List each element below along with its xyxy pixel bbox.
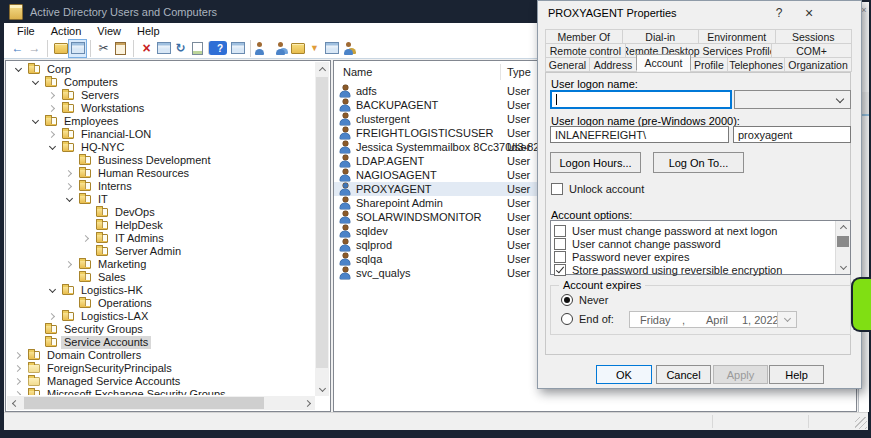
menu-item[interactable]: Action xyxy=(43,25,90,37)
tab-dial-in[interactable]: Dial-in xyxy=(622,29,700,44)
menu-item[interactable]: View xyxy=(89,25,129,37)
green-overlay-tab[interactable] xyxy=(851,277,871,332)
resize-grip[interactable] xyxy=(855,417,867,429)
scroll-left-icon[interactable] xyxy=(7,396,21,410)
scroll-down-icon[interactable] xyxy=(315,382,329,396)
radio-icon[interactable] xyxy=(561,313,573,325)
new-ou-icon[interactable] xyxy=(289,40,306,57)
tree-expander-icon[interactable] xyxy=(47,285,58,296)
tree-item[interactable]: Workstations xyxy=(7,102,314,115)
tree-item[interactable]: Computers xyxy=(7,76,314,89)
checkbox-icon[interactable] xyxy=(551,183,563,195)
user-logon-name-input[interactable] xyxy=(550,90,732,109)
scroll-up-icon[interactable] xyxy=(836,221,850,234)
tree-item[interactable]: Security Groups xyxy=(7,323,314,336)
menu-item[interactable]: File xyxy=(9,25,43,37)
tree-expander-icon[interactable] xyxy=(81,220,92,231)
new-user-icon[interactable] xyxy=(250,40,272,57)
up-one-level-icon[interactable] xyxy=(47,40,69,57)
tab-profile[interactable]: Profile xyxy=(690,57,728,72)
tree-expander-icon[interactable] xyxy=(13,363,24,374)
tree-expander-icon[interactable] xyxy=(64,298,75,309)
tree-item[interactable]: Logistics-HK xyxy=(7,284,314,297)
unlock-account-checkbox[interactable]: Unlock account xyxy=(551,183,644,195)
menu-item[interactable]: Help xyxy=(129,25,168,37)
back-icon[interactable]: ← xyxy=(9,40,26,57)
tree-expander-icon[interactable] xyxy=(30,337,41,348)
expiry-date-picker[interactable]: Friday , April 1, 2022 xyxy=(629,311,797,328)
tab-com-[interactable]: COM+ xyxy=(771,43,852,58)
tree-item[interactable]: Employees xyxy=(7,115,314,128)
tab-telephones[interactable]: Telephones xyxy=(727,57,785,72)
checkbox-icon[interactable] xyxy=(554,264,566,276)
apply-button[interactable]: Apply xyxy=(713,365,768,384)
logon-hours-button[interactable]: Logon Hours... xyxy=(550,152,641,173)
forward-icon[interactable]: → xyxy=(26,40,43,57)
tree-expander-icon[interactable] xyxy=(30,77,41,88)
domain-suffix-dropdown[interactable] xyxy=(734,90,851,109)
radio-selected-icon[interactable] xyxy=(561,294,573,306)
help-button[interactable]: Help xyxy=(769,365,824,384)
open-window-icon[interactable] xyxy=(155,40,172,57)
log-on-to-button[interactable]: Log On To... xyxy=(653,152,744,173)
close-icon[interactable]: × xyxy=(798,4,820,21)
checkbox-icon[interactable] xyxy=(554,251,566,263)
tree-item[interactable]: Server Admin xyxy=(7,245,314,258)
scroll-thumb[interactable] xyxy=(24,397,264,409)
tree-item[interactable]: Corp xyxy=(7,63,314,76)
cut-icon[interactable]: ✂ xyxy=(90,40,112,57)
checkbox-icon[interactable] xyxy=(554,238,566,250)
tree-item[interactable]: Microsoft Exchange Security Groups xyxy=(7,388,314,395)
account-option[interactable]: Store password using reversible encrypti… xyxy=(554,263,834,276)
calendar-dropdown-icon[interactable] xyxy=(777,312,796,327)
expires-never-radio[interactable]: Never xyxy=(561,294,608,306)
scroll-right-icon[interactable] xyxy=(301,396,315,410)
tab-address[interactable]: Address xyxy=(589,57,637,72)
pre2000-domain-input[interactable]: INLANEFREIGHT\ xyxy=(550,126,729,143)
scroll-thumb[interactable] xyxy=(316,77,328,368)
tree-expander-icon[interactable] xyxy=(30,324,41,335)
tree-item[interactable]: HQ-NYC xyxy=(7,141,314,154)
console-window-icon[interactable] xyxy=(229,40,246,57)
cancel-button[interactable]: Cancel xyxy=(656,365,711,384)
tab-environment[interactable]: Environment xyxy=(698,29,776,44)
tree-item[interactable]: Marketing xyxy=(7,258,314,271)
properties-window-icon[interactable] xyxy=(69,40,86,57)
checkbox-icon[interactable] xyxy=(554,225,566,237)
scroll-up-icon[interactable] xyxy=(315,62,329,76)
tree-item[interactable]: Financial-LON xyxy=(7,128,314,141)
help-icon[interactable]: ? xyxy=(208,41,227,55)
tree-expander-icon[interactable] xyxy=(81,233,92,244)
export-list-icon[interactable] xyxy=(189,40,206,57)
tree-expander-icon[interactable] xyxy=(47,103,58,114)
account-option[interactable]: User must change password at next logon xyxy=(554,224,834,237)
column-header-name[interactable]: Name xyxy=(343,66,372,78)
account-option[interactable]: Password never expires xyxy=(554,250,834,263)
tab-member-of[interactable]: Member Of xyxy=(545,29,623,44)
change-domain-icon[interactable] xyxy=(323,40,340,57)
ok-button[interactable]: OK xyxy=(596,365,652,384)
tab-account[interactable]: Account xyxy=(636,54,691,71)
dialog-help-icon[interactable]: ? xyxy=(768,4,790,21)
refresh-icon[interactable]: ↻ xyxy=(172,40,189,57)
tree-expander-icon[interactable] xyxy=(30,116,41,127)
tree-item[interactable]: Human Resources xyxy=(7,167,314,180)
tab-general[interactable]: General xyxy=(545,57,590,72)
tree-item[interactable]: Service Accounts xyxy=(7,336,314,349)
tree-expander-icon[interactable] xyxy=(64,194,75,205)
tab-remote-control[interactable]: Remote control xyxy=(545,43,626,58)
tab-sessions[interactable]: Sessions xyxy=(775,29,853,44)
tree-expander-icon[interactable] xyxy=(64,181,75,192)
account-option[interactable]: User cannot change password xyxy=(554,237,834,250)
tree-item[interactable]: HelpDesk xyxy=(7,219,314,232)
tree-item[interactable]: Domain Controllers xyxy=(7,349,314,362)
tree-item[interactable]: Servers xyxy=(7,89,314,102)
tree-item[interactable]: Operations xyxy=(7,297,314,310)
pre2000-name-input[interactable]: proxyagent xyxy=(733,126,851,143)
tree-item[interactable]: Managed Service Accounts xyxy=(7,375,314,388)
scroll-thumb[interactable] xyxy=(837,236,849,247)
tree-item[interactable]: Logistics-LAX xyxy=(7,310,314,323)
tree-expander-icon[interactable] xyxy=(64,272,75,283)
tree-item[interactable]: Interns xyxy=(7,180,314,193)
tree-vertical-scrollbar[interactable] xyxy=(315,62,329,396)
